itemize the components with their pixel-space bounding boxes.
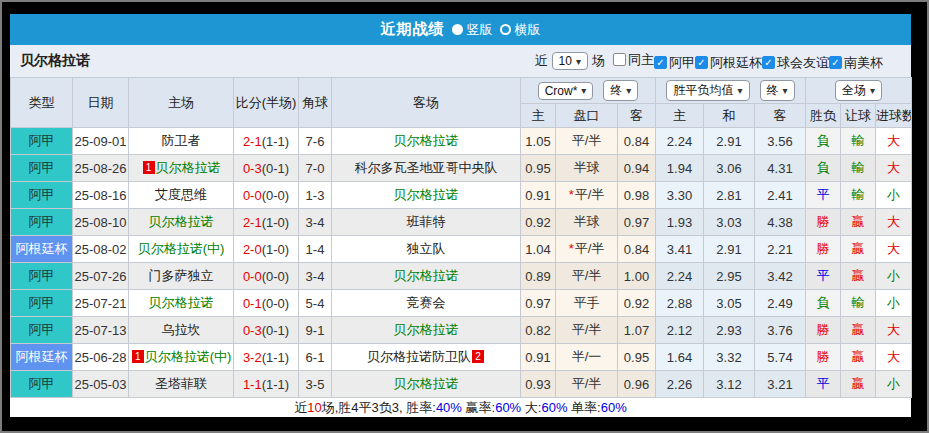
away-team-name: 贝尔格拉诺 bbox=[394, 187, 459, 202]
away-team-cell: 科尔多瓦圣地亚哥中央队 bbox=[332, 155, 521, 182]
avg-win-odds: 1.94 bbox=[656, 155, 704, 182]
handicap-home-odds: 0.82 bbox=[521, 317, 556, 344]
avg-draw-odds: 2.91 bbox=[704, 236, 755, 263]
result-goals-cell: 大 bbox=[876, 155, 912, 182]
home-team-name: 圣塔菲联 bbox=[155, 376, 207, 391]
match-row: 阿甲25-08-10贝尔格拉诺2-1(1-0)3-4班菲特0.92半球0.971… bbox=[11, 209, 912, 236]
away-team-name: 贝尔格拉诺防卫队 bbox=[367, 349, 471, 364]
match-row: 阿甲25-07-21贝尔格拉诺0-1(0-0)5-4竞赛会0.97平手0.922… bbox=[11, 290, 912, 317]
score-cell: 0-3(0-1) bbox=[234, 317, 299, 344]
result-wdl-cell: 平 bbox=[806, 263, 841, 290]
home-team-name: 门多萨独立 bbox=[149, 268, 214, 283]
filter-checkbox-南美杯[interactable]: ✓南美杯 bbox=[829, 54, 883, 72]
summary-segment: 单率: bbox=[567, 399, 600, 417]
checkbox-checked-icon[interactable]: ✓ bbox=[762, 56, 775, 69]
result-flag: 贏 bbox=[852, 322, 865, 337]
filter-checkbox-阿甲[interactable]: ✓阿甲 bbox=[654, 54, 695, 72]
away-team-cell: 贝尔格拉诺防卫队2 bbox=[332, 344, 521, 371]
avg-odds-select[interactable]: 胜平负均值 bbox=[666, 80, 749, 101]
avg-final-select[interactable]: 终 bbox=[760, 80, 795, 101]
checkbox-label: 阿甲 bbox=[669, 54, 695, 72]
avg-win-odds: 3.30 bbox=[656, 182, 704, 209]
score-cell: 0-0(0-0) bbox=[234, 182, 299, 209]
checkbox-checked-icon[interactable]: ✓ bbox=[654, 56, 667, 69]
summary-segment: 场,胜4平3负3, 胜率: bbox=[322, 399, 436, 417]
handicap-away-odds: 0.96 bbox=[618, 371, 656, 398]
home-team-name: 贝尔格拉诺(中) bbox=[145, 349, 232, 364]
subcol-avg-lose: 客 bbox=[755, 104, 806, 128]
away-team-name: 竞赛会 bbox=[407, 295, 446, 310]
radio-unselected-icon[interactable] bbox=[500, 24, 511, 35]
away-team-cell: 贝尔格拉诺 bbox=[332, 263, 521, 290]
checkbox-unchecked-icon[interactable] bbox=[613, 53, 626, 66]
avg-lose-odds: 3.56 bbox=[755, 128, 806, 155]
result-flag: 平 bbox=[817, 376, 830, 391]
result-handicap-cell: 輸 bbox=[841, 128, 876, 155]
handicap-line-cell: *平/半 bbox=[556, 182, 618, 209]
result-flag: 小 bbox=[887, 187, 900, 202]
result-goals-cell: 大 bbox=[876, 128, 912, 155]
league-type-cell: 阿甲 bbox=[11, 128, 73, 155]
result-goals-cell: 小 bbox=[876, 182, 912, 209]
match-row: 阿甲25-07-13乌拉坎0-3(0-1)9-1贝尔格拉诺0.82平/半1.07… bbox=[11, 317, 912, 344]
avg-odds-group-header: 胜平负均值 终 bbox=[656, 78, 806, 104]
layout-radio-horizontal[interactable]: 横版 bbox=[500, 21, 541, 39]
handicap-away-odds: 1.00 bbox=[618, 263, 656, 290]
handicap-group-header: Crow* 终 bbox=[521, 78, 656, 104]
layout-radio-vertical[interactable]: 竖版 bbox=[452, 21, 493, 39]
avg-lose-odds: 2.41 bbox=[755, 182, 806, 209]
league-type-cell: 阿甲 bbox=[11, 317, 73, 344]
fulltime-score: 0-3 bbox=[243, 161, 262, 176]
result-flag: 贏 bbox=[852, 349, 865, 364]
result-flag: 勝 bbox=[817, 241, 830, 256]
result-flag: 贏 bbox=[852, 241, 865, 256]
home-team-cell: 防卫者 bbox=[129, 128, 234, 155]
radio-selected-icon[interactable] bbox=[452, 24, 463, 35]
avg-win-odds: 1.93 bbox=[656, 209, 704, 236]
handicap-line-cell: 平/半 bbox=[556, 263, 618, 290]
fulltime-group-header: 全场 bbox=[806, 78, 912, 104]
fulltime-select[interactable]: 全场 bbox=[835, 80, 882, 101]
avg-draw-odds: 2.93 bbox=[704, 317, 755, 344]
competition-checkboxes: 同主✓阿甲✓阿根廷杯✓球会友谊✓南美杯 bbox=[613, 51, 883, 72]
away-team-name: 科尔多瓦圣地亚哥中央队 bbox=[355, 160, 498, 175]
result-handicap-cell: 輸 bbox=[841, 155, 876, 182]
odds-source-select[interactable]: Crow* bbox=[538, 82, 594, 100]
avg-win-odds: 3.41 bbox=[656, 236, 704, 263]
title-bar: 近期战绩 竖版 横版 bbox=[10, 14, 911, 45]
handicap-line-cell: 平/半 bbox=[556, 317, 618, 344]
filter-checkbox-球会友谊[interactable]: ✓球会友谊 bbox=[762, 54, 829, 72]
league-type-cell: 阿甲 bbox=[11, 155, 73, 182]
filter-checkbox-同主[interactable]: 同主 bbox=[613, 51, 654, 69]
filter-checkbox-阿根廷杯[interactable]: ✓阿根廷杯 bbox=[695, 54, 762, 72]
checkbox-checked-icon[interactable]: ✓ bbox=[695, 56, 708, 69]
handicap-away-odds: 0.94 bbox=[618, 155, 656, 182]
red-number-badge: 1 bbox=[143, 161, 155, 174]
result-wdl-cell: 負 bbox=[806, 290, 841, 317]
corners-cell: 1-3 bbox=[299, 182, 332, 209]
odds-final-select[interactable]: 终 bbox=[603, 80, 638, 101]
date-cell: 25-06-28 bbox=[73, 344, 129, 371]
score-cell: 2-1(1-0) bbox=[234, 209, 299, 236]
corners-cell: 7-0 bbox=[299, 155, 332, 182]
handicap-home-odds: 0.95 bbox=[521, 155, 556, 182]
avg-lose-odds: 4.38 bbox=[755, 209, 806, 236]
result-flag: 平 bbox=[817, 268, 830, 283]
handicap-line-cell: 半/一 bbox=[556, 344, 618, 371]
handicap-home-odds: 0.91 bbox=[521, 344, 556, 371]
handicap-away-odds: 0.98 bbox=[618, 182, 656, 209]
result-wdl-cell: 平 bbox=[806, 371, 841, 398]
halftime-score: (0-0) bbox=[262, 296, 289, 311]
fulltime-score: 0-0 bbox=[243, 188, 262, 203]
result-flag: 大 bbox=[887, 133, 900, 148]
recent-count-select[interactable]: 10 bbox=[552, 52, 588, 70]
checkbox-checked-icon[interactable]: ✓ bbox=[829, 56, 842, 69]
halftime-score: (1-1) bbox=[262, 377, 289, 392]
result-handicap-cell: 贏 bbox=[841, 344, 876, 371]
handicap-line-cell: 半球 bbox=[556, 155, 618, 182]
live-odds-star: * bbox=[569, 187, 574, 202]
result-wdl-cell: 勝 bbox=[806, 344, 841, 371]
checkbox-label: 同主 bbox=[628, 51, 654, 69]
summary-segment: 10 bbox=[307, 400, 321, 415]
away-team-name: 独立队 bbox=[407, 241, 446, 256]
